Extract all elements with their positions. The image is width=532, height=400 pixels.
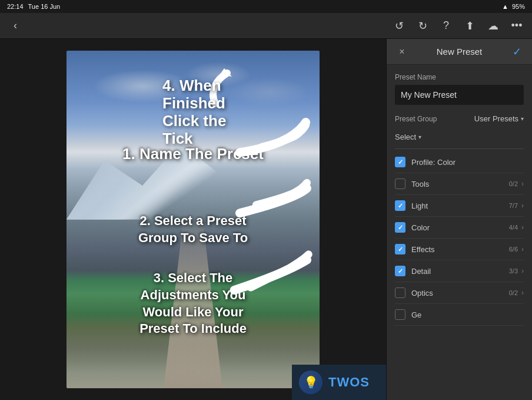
share-button[interactable]: ⬆ bbox=[461, 18, 478, 34]
finish-annotation: 4. When Finished Click the Tick bbox=[162, 77, 239, 148]
panel-title: New Preset bbox=[409, 47, 510, 57]
chevron-right-icon-tools: › bbox=[521, 180, 524, 188]
preset-name-input[interactable] bbox=[395, 85, 524, 105]
select-chevron-icon: ▾ bbox=[418, 134, 421, 140]
item-label-ge: Ge bbox=[411, 310, 524, 319]
step3-text: 3. Select The Adjustments You Would Like… bbox=[66, 270, 320, 337]
list-item-effects[interactable]: ✓ Effects 6/6 › bbox=[395, 239, 524, 260]
checkmark-icon-light: ✓ bbox=[398, 202, 403, 210]
checkbox-ge[interactable] bbox=[395, 309, 405, 320]
undo-button[interactable]: ↺ bbox=[391, 18, 407, 34]
preset-group-label: Preset Group bbox=[395, 115, 437, 123]
checkbox-optics[interactable] bbox=[395, 287, 405, 298]
step2-text: 2. Select a Preset Group To Save To bbox=[66, 213, 320, 246]
preset-group-dropdown[interactable]: User Presets ▾ bbox=[474, 114, 524, 123]
divider bbox=[395, 148, 524, 149]
item-label-tools: Tools bbox=[411, 180, 509, 189]
list-item-ge[interactable]: Ge bbox=[395, 304, 524, 326]
close-button[interactable]: × bbox=[395, 45, 409, 59]
item-count-color: 4/4 bbox=[509, 224, 518, 231]
checkmark-icon-effects: ✓ bbox=[398, 246, 403, 253]
cloud-button[interactable]: ☁ bbox=[485, 18, 501, 34]
battery-label: 95% bbox=[512, 3, 525, 10]
panel-header: × New Preset ✓ bbox=[387, 39, 532, 65]
photo-area: 1. Name The Preset 2. Select a Preset Gr… bbox=[0, 39, 386, 400]
checkmark-icon-detail: ✓ bbox=[398, 267, 403, 275]
toolbar-left: ‹ bbox=[7, 18, 24, 34]
time: 22:14 bbox=[7, 3, 24, 10]
confirm-button[interactable]: ✓ bbox=[510, 45, 524, 59]
checkbox-detail[interactable]: ✓ bbox=[395, 266, 405, 276]
panel-content: Preset Name Preset Group User Presets ▾ … bbox=[387, 65, 532, 400]
item-count-optics: 0/2 bbox=[509, 289, 518, 296]
item-count-detail: 3/3 bbox=[509, 267, 518, 275]
list-item-light[interactable]: ✓ Light 7/7 › bbox=[395, 195, 524, 217]
more-button[interactable]: ••• bbox=[508, 18, 525, 34]
select-dropdown[interactable]: Select ▾ bbox=[395, 133, 524, 141]
top-toolbar: ‹ ↺ ↻ ? ⬆ ☁ ••• bbox=[0, 13, 532, 39]
list-item-detail[interactable]: ✓ Detail 3/3 › bbox=[395, 260, 524, 282]
item-label-color: Color bbox=[411, 223, 509, 232]
select-label: Select bbox=[395, 133, 416, 141]
main-layout: 1. Name The Preset 2. Select a Preset Gr… bbox=[0, 39, 532, 400]
checkbox-color[interactable]: ✓ bbox=[395, 222, 405, 233]
status-left: 22:14 Tue 16 Jun bbox=[7, 3, 60, 10]
list-item-tools[interactable]: Tools 0/2 › bbox=[395, 173, 524, 195]
chevron-down-icon: ▾ bbox=[521, 115, 524, 122]
list-item-optics[interactable]: Optics 0/2 › bbox=[395, 282, 524, 304]
toolbar-right: ↺ ↻ ? ⬆ ☁ ••• bbox=[391, 18, 525, 34]
chevron-right-icon-color: › bbox=[521, 223, 524, 232]
list-item-profile-color[interactable]: ✓ Profile: Color bbox=[395, 151, 524, 173]
chevron-right-icon-detail: › bbox=[521, 267, 524, 275]
item-label-profile-color: Profile: Color bbox=[411, 158, 524, 167]
twos-logo: 💡 bbox=[299, 371, 322, 394]
chevron-right-icon-optics: › bbox=[521, 289, 524, 297]
preset-group-row: Preset Group User Presets ▾ bbox=[395, 114, 524, 123]
item-count-light: 7/7 bbox=[509, 202, 518, 209]
back-button[interactable]: ‹ bbox=[7, 18, 24, 34]
twos-watermark: 💡 TWOS bbox=[292, 365, 386, 400]
checkbox-effects[interactable]: ✓ bbox=[395, 244, 405, 254]
right-panel: × New Preset ✓ Preset Name Preset Group … bbox=[386, 39, 532, 400]
step1-text: 1. Name The Preset bbox=[66, 145, 320, 163]
item-label-optics: Optics bbox=[411, 289, 509, 297]
status-right: ▲ 95% bbox=[502, 3, 525, 10]
preset-group-value: User Presets bbox=[474, 114, 518, 123]
checkbox-tools[interactable] bbox=[395, 178, 405, 189]
help-button[interactable]: ? bbox=[438, 18, 454, 34]
item-count-effects: 6/6 bbox=[509, 246, 518, 253]
chevron-right-icon-light: › bbox=[521, 201, 524, 210]
chevron-right-icon-effects: › bbox=[521, 245, 524, 253]
wifi-icon: ▲ bbox=[502, 3, 508, 10]
list-item-color[interactable]: ✓ Color 4/4 › bbox=[395, 217, 524, 239]
item-label-effects: Effects bbox=[411, 245, 509, 254]
redo-button[interactable]: ↻ bbox=[414, 18, 431, 34]
checkbox-profile-color[interactable]: ✓ bbox=[395, 157, 405, 167]
date: Tue 16 Jun bbox=[28, 3, 61, 10]
checkmark-icon-color: ✓ bbox=[398, 224, 403, 232]
checkmark-icon: ✓ bbox=[398, 158, 403, 166]
twos-label: TWOS bbox=[328, 375, 370, 390]
preset-name-label: Preset Name bbox=[395, 73, 524, 81]
item-label-light: Light bbox=[411, 201, 509, 210]
checkbox-light[interactable]: ✓ bbox=[395, 200, 405, 211]
item-count-tools: 0/2 bbox=[509, 180, 518, 187]
status-bar: 22:14 Tue 16 Jun ▲ 95% bbox=[0, 0, 532, 13]
item-label-detail: Detail bbox=[411, 267, 509, 276]
